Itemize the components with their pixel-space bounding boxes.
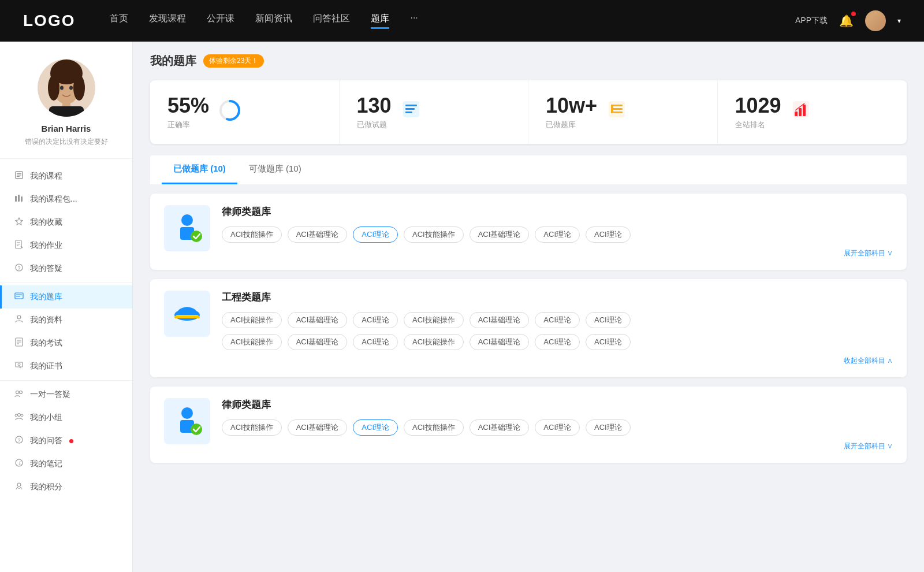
bank-lawyer-2-title: 律师类题库: [222, 398, 893, 411]
tag-eng-r1-4[interactable]: ACI技能操作: [404, 312, 464, 328]
sidebar-item-favorites[interactable]: 我的收藏: [0, 211, 132, 234]
expand-lawyer-2[interactable]: 展开全部科目 ∨: [222, 441, 893, 451]
tag-lawyer1-3[interactable]: ACI理论: [353, 226, 398, 243]
tag-eng-r2-5[interactable]: ACI基础理论: [470, 334, 530, 350]
sidebar-item-homework[interactable]: 我的作业: [0, 234, 132, 257]
sidebar-item-question-bank[interactable]: 我的题库: [0, 285, 132, 309]
tag-lawyer1-1[interactable]: ACI技能操作: [222, 226, 282, 243]
stat-accuracy-value: 55%: [167, 94, 209, 117]
sidebar-item-my-qa-label: 我的问答: [30, 436, 62, 446]
nav-discover[interactable]: 发现课程: [149, 13, 186, 29]
user-avatar-nav[interactable]: [865, 10, 886, 31]
nav-links: 首页 发现课程 公开课 新闻资讯 问答社区 题库 ···: [110, 13, 795, 29]
nav-qa[interactable]: 问答社区: [313, 13, 350, 29]
sidebar-item-notes[interactable]: ℰ 我的笔记: [0, 452, 132, 476]
points-icon: [14, 481, 24, 493]
sidebar-item-qa-mine[interactable]: ? 我的答疑: [0, 257, 132, 280]
bank-card-lawyer-1: 律师类题库 ACI技能操作 ACI基础理论 ACI理论 ACI技能操作 ACI基…: [150, 194, 907, 270]
navbar: LOGO 首页 发现课程 公开课 新闻资讯 问答社区 题库 ··· APP下载 …: [0, 0, 924, 42]
tag-lawyer1-7[interactable]: ACI理论: [586, 226, 631, 243]
svg-rect-60: [803, 105, 806, 116]
sidebar-item-1on1[interactable]: 一对一答疑: [0, 383, 132, 406]
stat-done-banks: 10w+ 已做题库: [528, 80, 718, 144]
collapse-engineer[interactable]: 收起全部科目 ∧: [222, 356, 893, 366]
tag-eng-r1-6[interactable]: ACI理论: [535, 312, 580, 328]
exam-icon: [14, 337, 24, 349]
sidebar-menu: 我的课程 我的课程包... 我的收藏 我的作业: [0, 159, 132, 504]
tag-eng-r2-7[interactable]: ACI理论: [586, 334, 631, 350]
tag-eng-r2-1[interactable]: ACI技能操作: [222, 334, 282, 350]
notification-bell[interactable]: 🔔: [839, 14, 854, 28]
nav-home[interactable]: 首页: [110, 13, 128, 29]
svg-rect-15: [18, 195, 20, 202]
svg-point-69: [191, 424, 202, 435]
app-download-btn[interactable]: APP下载: [795, 16, 828, 26]
sidebar-item-my-qa[interactable]: ? 我的问答: [0, 429, 132, 452]
nav-questionbank[interactable]: 题库: [371, 13, 389, 29]
tag-eng-r2-4[interactable]: ACI技能操作: [404, 334, 464, 350]
tag-lawyer1-2[interactable]: ACI基础理论: [288, 226, 348, 243]
tab-done-banks[interactable]: 已做题库 (10): [162, 155, 237, 184]
bank-engineer-tags-row2: ACI技能操作 ACI基础理论 ACI理论 ACI技能操作 ACI基础理论 AC…: [222, 334, 893, 350]
sidebar-item-cert[interactable]: 我的证书: [0, 355, 132, 378]
tag-eng-r1-1[interactable]: ACI技能操作: [222, 312, 282, 328]
expand-lawyer-1[interactable]: 展开全部科目 ∨: [222, 248, 893, 258]
tag-eng-r2-2[interactable]: ACI基础理论: [288, 334, 348, 350]
tag-eng-r1-2[interactable]: ACI基础理论: [288, 312, 348, 328]
cert-icon: [14, 361, 24, 372]
sidebar-item-points[interactable]: 我的积分: [0, 476, 132, 499]
qa-icon: ?: [14, 263, 24, 274]
tag-eng-r1-3[interactable]: ACI理论: [353, 312, 398, 328]
sidebar-item-course-pkg[interactable]: 我的课程包...: [0, 188, 132, 211]
tag-eng-r1-7[interactable]: ACI理论: [586, 312, 631, 328]
tabs-row: 已做题库 (10) 可做题库 (10): [150, 155, 907, 184]
nav-news[interactable]: 新闻资讯: [255, 13, 292, 29]
tag-eng-r2-6[interactable]: ACI理论: [535, 334, 580, 350]
sidebar-item-exam-label: 我的考试: [30, 338, 62, 348]
sidebar-item-qa-label: 我的答疑: [30, 263, 62, 274]
tag-eng-r1-5[interactable]: ACI基础理论: [470, 312, 530, 328]
accuracy-chart-icon: [218, 99, 241, 126]
profile-motto: 错误的决定比没有决定要好: [12, 137, 121, 147]
bank-card-engineer-inner: 工程类题库 ACI技能操作 ACI基础理论 ACI理论 ACI技能操作 ACI基…: [164, 291, 893, 366]
sidebar-item-course[interactable]: 我的课程: [0, 165, 132, 188]
logo: LOGO: [23, 12, 75, 30]
tab-available-banks[interactable]: 可做题库 (10): [237, 155, 313, 184]
tag-lawyer2-6[interactable]: ACI理论: [535, 419, 580, 436]
sidebar-item-profile-data[interactable]: 我的资料: [0, 309, 132, 332]
content-area: 我的题库 体验剩余23天！ 55% 正确率 130: [133, 42, 924, 572]
tag-lawyer1-5[interactable]: ACI基础理论: [470, 226, 530, 243]
tag-lawyer1-4[interactable]: ACI技能操作: [404, 226, 464, 243]
tag-lawyer2-7[interactable]: ACI理论: [586, 419, 631, 436]
stat-done-questions-text: 130 已做试题: [357, 94, 392, 130]
tag-lawyer1-6[interactable]: ACI理论: [535, 226, 580, 243]
bank-lawyer-2-content: 律师类题库 ACI技能操作 ACI基础理论 ACI理论 ACI技能操作 ACI基…: [222, 398, 893, 451]
svg-rect-58: [795, 112, 798, 116]
sidebar-item-cert-label: 我的证书: [30, 361, 62, 372]
1on1-icon: [14, 389, 24, 400]
avatar-image-svg: [38, 59, 95, 117]
tag-eng-r2-3[interactable]: ACI理论: [353, 334, 398, 350]
svg-point-39: [15, 414, 17, 417]
bank-card-lawyer-1-inner: 律师类题库 ACI技能操作 ACI基础理论 ACI理论 ACI技能操作 ACI基…: [164, 205, 893, 258]
divider1: [0, 283, 132, 283]
svg-point-27: [17, 315, 21, 319]
nav-public[interactable]: 公开课: [207, 13, 234, 29]
tag-lawyer2-4[interactable]: ACI技能操作: [404, 419, 464, 436]
tag-lawyer2-2[interactable]: ACI基础理论: [288, 419, 348, 436]
sidebar-item-group[interactable]: 我的小组: [0, 406, 132, 429]
svg-point-37: [20, 391, 23, 394]
stat-rank-text: 1029 全站排名: [735, 94, 781, 130]
tag-lawyer2-3[interactable]: ACI理论: [353, 419, 398, 436]
chevron-down-icon[interactable]: ▾: [897, 17, 901, 25]
stat-done-banks-label: 已做题库: [546, 120, 597, 130]
nav-more[interactable]: ···: [410, 13, 418, 29]
tag-lawyer2-1[interactable]: ACI技能操作: [222, 419, 282, 436]
tag-lawyer2-5[interactable]: ACI基础理论: [470, 419, 530, 436]
sidebar-item-exam[interactable]: 我的考试: [0, 332, 132, 355]
stat-accuracy: 55% 正确率: [150, 80, 340, 144]
bank-lawyer-2-tags: ACI技能操作 ACI基础理论 ACI理论 ACI技能操作 ACI基础理论 AC…: [222, 419, 893, 436]
bank-lawyer-1-tags: ACI技能操作 ACI基础理论 ACI理论 ACI技能操作 ACI基础理论 AC…: [222, 226, 893, 243]
sidebar-item-favorites-label: 我的收藏: [30, 217, 62, 228]
stat-done-questions-label: 已做试题: [357, 120, 392, 130]
